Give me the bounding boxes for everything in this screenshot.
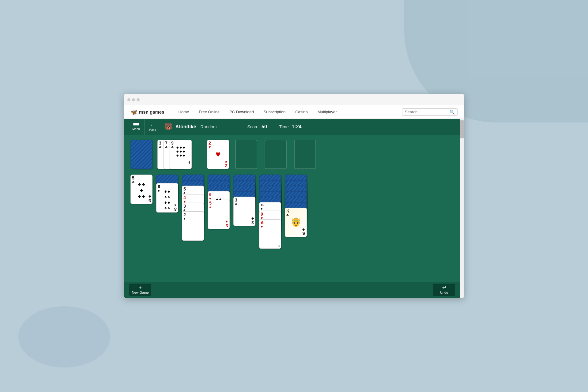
tableau: 5 ♣ ♣ ♣ ♣ ♣ ♣ 5 ♣ xyxy=(130,175,454,248)
card-2h-bottom: 2 ♥ xyxy=(225,160,228,168)
nav-link-home[interactable]: Home xyxy=(174,105,194,119)
card-2h-suit-b: ♥ xyxy=(225,160,227,164)
top-card-2h[interactable]: 2 ♥ ♥ 2 ♥ xyxy=(207,140,229,169)
card-2h-suit: ♥ xyxy=(209,145,211,149)
score-label: Score xyxy=(247,124,258,129)
nav-link-multiplayer[interactable]: Multiplayer xyxy=(313,105,342,119)
browser-dot-1 xyxy=(127,98,130,101)
scrollbar[interactable] xyxy=(460,119,464,298)
tableau-col-7: K ♣ 🤴 K ♣ xyxy=(285,175,307,248)
tableau-col-3: 5 ♠ 4 ♥ 3 ♠ xyxy=(182,175,204,242)
foundation-2[interactable] xyxy=(265,140,287,169)
game-header: Menu ← Back 🐻 Klondike Random Score 50 T… xyxy=(124,119,460,135)
nav-logo-text: msn games xyxy=(139,109,164,115)
card-bottom-6: 6 xyxy=(188,161,190,164)
back-button[interactable]: ← Back xyxy=(145,119,161,135)
card-rank-3: 9 xyxy=(171,141,174,145)
card-2h-center: ♥ xyxy=(216,149,221,159)
game-name: Klondike xyxy=(175,124,196,130)
tableau-col-1: 5 ♣ ♣ ♣ ♣ ♣ ♣ 5 ♣ xyxy=(130,175,153,211)
time-stat: Time 1:24 xyxy=(279,124,302,130)
undo-button[interactable]: ↩ Undo xyxy=(433,284,455,296)
msn-logo-icon: 🦋 xyxy=(130,109,137,115)
tableau-col-6: 10 ♠ 9 ♥ A ♥ xyxy=(259,175,281,248)
foundation-3[interactable] xyxy=(294,140,316,169)
tableau-col-4: 6 ♦ ♦ ♦ ♦ ♦ ♦ ♦ 5 ♦ xyxy=(208,175,230,236)
nav-search[interactable]: 🔍 xyxy=(402,108,458,116)
nav-link-free-online[interactable]: Free Online xyxy=(194,105,224,119)
card-rank-1: 3 xyxy=(159,141,161,145)
search-icon: 🔍 xyxy=(450,110,455,115)
game-title-area: 🐻 Klondike Random xyxy=(164,123,217,131)
browser-dot-3 xyxy=(137,98,140,101)
search-input[interactable] xyxy=(405,110,448,114)
nav-bar: 🦋 msn games Home Free Online PC Download… xyxy=(124,105,464,119)
tableau-col-2: 8 ♠ ♠ ♠ ♠ ♠ ♠ ♠ ♠ ♠ 8 ♠ xyxy=(156,175,178,221)
hamburger-line-2 xyxy=(133,124,139,125)
hamburger-line-3 xyxy=(133,126,139,126)
nav-link-casino[interactable]: Casino xyxy=(290,105,312,119)
scrollbar-thumb xyxy=(460,120,464,138)
card-top-2: 7 ♣ xyxy=(165,141,168,149)
browser-dots xyxy=(127,98,140,101)
nav-links: Home Free Online PC Download Subscriptio… xyxy=(174,105,402,119)
new-game-label: New Game xyxy=(132,291,149,294)
klondike-icon: 🐻 xyxy=(164,123,172,131)
back-arrow-icon: ← xyxy=(150,122,156,128)
game-bottom-bar: ＋ New Game ↩ Undo xyxy=(124,282,460,298)
new-game-icon: ＋ xyxy=(138,285,143,290)
tableau-card-6c[interactable]: A ♥ xyxy=(259,219,281,249)
top-row: 3 ♣ ♣♣♣ 7 ♣ 9 xyxy=(130,140,454,169)
card-top-1: 3 ♣ xyxy=(159,141,161,149)
waste-pile[interactable]: 3 ♣ ♣♣♣ 7 ♣ 9 xyxy=(157,140,191,169)
nav-link-pc-download[interactable]: PC Download xyxy=(224,105,259,119)
card-suit-1: ♣ xyxy=(159,145,161,149)
menu-label: Menu xyxy=(132,127,140,131)
card-suit-3: ♣ xyxy=(171,145,174,149)
card-rank-2: 7 xyxy=(165,141,168,145)
card-suit-2: ♣ xyxy=(165,145,168,149)
king-figure: 🤴 xyxy=(291,218,301,227)
game-stats: Score 50 Time 1:24 xyxy=(247,124,301,130)
browser-topbar xyxy=(124,94,464,105)
card-2h-top: 2 ♥ xyxy=(209,141,211,149)
new-game-button[interactable]: ＋ New Game xyxy=(129,284,151,296)
stock-pile[interactable] xyxy=(130,140,153,169)
card-2h-rank-b: 2 xyxy=(225,164,228,168)
hamburger-line-1 xyxy=(133,123,139,124)
score-value: 50 xyxy=(262,124,267,130)
tableau-card-2[interactable]: 8 ♠ ♠ ♠ ♠ ♠ ♠ ♠ ♠ ♠ 8 ♠ xyxy=(156,183,178,213)
back-label: Back xyxy=(149,128,156,132)
nav-link-subscription[interactable]: Subscription xyxy=(259,105,291,119)
card-2h-rank: 2 xyxy=(209,141,211,145)
time-label: Time xyxy=(279,124,289,129)
undo-label: Undo xyxy=(440,291,448,294)
game-mode: Random xyxy=(201,124,217,129)
foundation-1[interactable] xyxy=(235,140,257,169)
tableau-card-1[interactable]: 5 ♣ ♣ ♣ ♣ ♣ ♣ 5 ♣ xyxy=(130,175,153,204)
tableau-col-5: 3 ♣ 3 ♣ xyxy=(233,175,255,236)
card-pips: ♣ ♣ ♣ ♣ ♣ ♣ ♣ ♣ ♣ xyxy=(176,145,185,157)
undo-icon: ↩ xyxy=(442,285,446,290)
tableau-card-3d[interactable]: 2 ♠ xyxy=(182,211,204,241)
tableau-card-5[interactable]: 3 ♣ 3 ♣ xyxy=(233,197,255,226)
col6-bottom: 6 xyxy=(278,244,280,247)
waste-card-3[interactable]: 9 ♣ ♣ ♣ ♣ ♣ ♣ ♣ ♣ ♣ ♣ 6 xyxy=(170,140,192,169)
tableau-card-7-king[interactable]: K ♣ 🤴 K ♣ xyxy=(285,208,307,237)
score-stat: Score 50 xyxy=(247,124,267,130)
game-wrapper: Menu ← Back 🐻 Klondike Random Score 50 T… xyxy=(124,119,464,298)
menu-button[interactable]: Menu xyxy=(128,119,145,135)
nav-logo[interactable]: 🦋 msn games xyxy=(130,109,164,115)
time-value: 1:24 xyxy=(292,124,301,130)
browser-dot-2 xyxy=(132,98,135,101)
browser-window: 🦋 msn games Home Free Online PC Download… xyxy=(124,94,464,298)
tableau-card-4b[interactable]: 5 ♦ 5 ♦ xyxy=(208,200,230,229)
card-top-3: 9 ♣ xyxy=(171,141,174,149)
card-table: 3 ♣ ♣♣♣ 7 ♣ 9 xyxy=(124,135,460,282)
